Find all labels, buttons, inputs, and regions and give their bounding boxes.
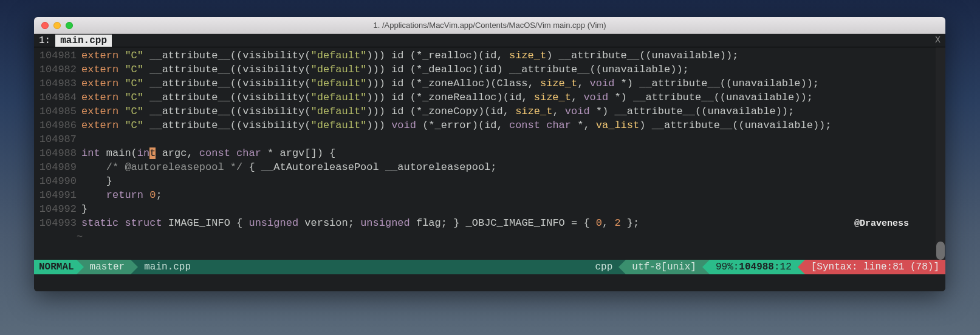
status-position: 99% :104988: 12 (710, 260, 798, 274)
line-number: 104984 (34, 90, 81, 104)
status-filename: main.cpp (138, 260, 589, 274)
status-error: [Syntax: line:81 (78)] (805, 260, 945, 274)
code-line: 104988int main(int argc, const char * ar… (34, 146, 945, 160)
code-text: extern "C" __attribute__((visibility("de… (81, 104, 794, 118)
code-line: 104993static struct IMAGE_INFO { unsigne… (34, 216, 945, 230)
tabbar: 1: main.cpp X (34, 34, 945, 47)
code-line: 104985extern "C" __attribute__((visibili… (34, 104, 945, 118)
code-text: } (81, 202, 87, 216)
status-encoding: utf-8[unix] (626, 260, 702, 274)
code-line: 104989 /* @autoreleasepool */ { __AtAuto… (34, 160, 945, 174)
line-number: 104992 (34, 202, 81, 216)
code-text: static struct IMAGE_INFO { unsigned vers… (81, 216, 639, 230)
code-text: extern "C" __attribute__((visibility("de… (81, 63, 689, 76)
status-filetype: cpp (589, 260, 618, 274)
line-number: 104988 (34, 146, 81, 160)
code-text: int main(int argc, const char * argv[]) … (81, 146, 335, 160)
code-line: 104987 (34, 132, 945, 146)
tab-index: 1: (34, 35, 53, 47)
code-line: 104986extern "C" __attribute__((visibili… (34, 118, 945, 132)
code-text: extern "C" __attribute__((visibility("de… (81, 49, 738, 63)
code-line: 104982extern "C" __attribute__((visibili… (34, 63, 945, 76)
command-line[interactable] (34, 274, 945, 291)
tab-active[interactable]: 1: main.cpp (34, 35, 112, 47)
line-number: 104987 (34, 132, 81, 146)
scrollbar-thumb[interactable] (936, 242, 945, 260)
code-text: extern "C" __attribute__((visibility("de… (81, 76, 819, 90)
code-text: return 0; (81, 188, 162, 202)
code-text: } (81, 174, 112, 188)
code-text: extern "C" __attribute__((visibility("de… (81, 118, 832, 132)
window-title: 1. /Applications/MacVim.app/Contents/Mac… (34, 21, 945, 30)
titlebar: 1. /Applications/MacVim.app/Contents/Mac… (34, 17, 945, 34)
line-number: 104989 (34, 160, 81, 174)
line-number: 104983 (34, 76, 81, 90)
empty-line-tilde: ~ (34, 230, 945, 244)
line-number: 104986 (34, 118, 81, 132)
status-branch: master (84, 260, 131, 274)
line-number: 104981 (34, 49, 81, 63)
code-line: 104981extern "C" __attribute__((visibili… (34, 49, 945, 63)
editor-area[interactable]: 104981extern "C" __attribute__((visibili… (34, 47, 945, 260)
line-number: 104993 (34, 216, 81, 230)
macvim-window: 1. /Applications/MacVim.app/Contents/Mac… (34, 17, 945, 291)
code-line: 104990 } (34, 174, 945, 188)
line-number: 104985 (34, 104, 81, 118)
tab-close-icon[interactable]: X (935, 35, 941, 46)
status-mode: NORMAL (34, 260, 77, 274)
tab-label: main.cpp (55, 35, 112, 47)
statusline: NORMAL master main.cpp cpp utf-8[unix] 9… (34, 260, 945, 274)
watermark: @Draveness (854, 218, 909, 229)
code-line: 104984extern "C" __attribute__((visibili… (34, 90, 945, 104)
scrollbar[interactable] (936, 47, 945, 260)
code-line: 104991 return 0; (34, 188, 945, 202)
code-line: 104992} (34, 202, 945, 216)
code-text: /* @autoreleasepool */ { __AtAutorelease… (81, 160, 497, 174)
line-number: 104982 (34, 63, 81, 76)
line-number: 104991 (34, 188, 81, 202)
code-line: 104983extern "C" __attribute__((visibili… (34, 76, 945, 90)
line-number: 104990 (34, 174, 81, 188)
code-text: extern "C" __attribute__((visibility("de… (81, 90, 813, 104)
